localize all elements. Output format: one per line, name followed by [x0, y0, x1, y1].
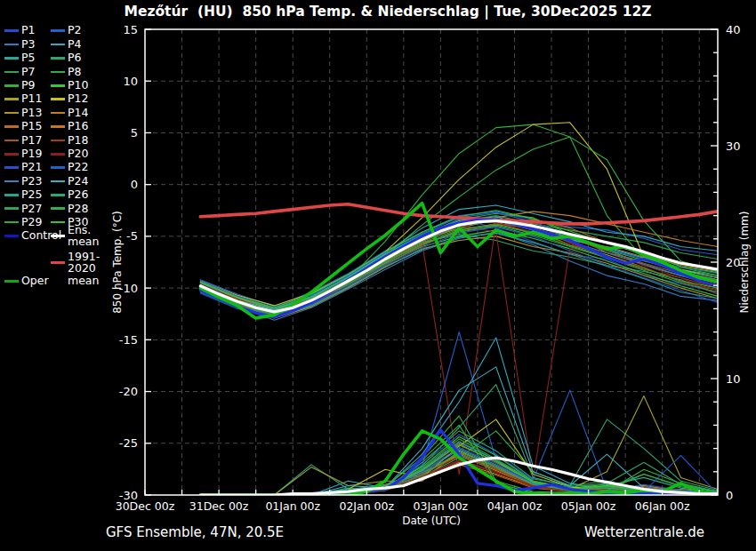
- svg-text:Date (UTC): Date (UTC): [402, 515, 461, 527]
- legend-item-p14-swatch: [51, 112, 65, 115]
- legend-row: P9P10: [4, 79, 122, 92]
- legend-item-p23-swatch: [4, 180, 19, 183]
- legend-item-p6-swatch: [51, 57, 65, 60]
- legend-item-p15-swatch: [4, 125, 19, 128]
- legend-item-p21: P21: [4, 162, 51, 173]
- legend-item-p20-swatch: [51, 153, 65, 156]
- legend-item-p3-label: P3: [21, 39, 36, 51]
- legend-item-p26: P26: [51, 189, 97, 201]
- legend-item-p9-swatch: [4, 84, 19, 87]
- svg-text:40: 40: [726, 23, 741, 36]
- legend-item-p8-swatch: [51, 71, 65, 74]
- legend-row: P27P28: [4, 202, 122, 215]
- legend-item-p8: P8: [51, 67, 97, 78]
- legend-item-p3-swatch: [4, 44, 19, 46]
- legend-item-p24: P24: [51, 176, 97, 188]
- legend-item-p9-label: P9: [21, 80, 36, 92]
- legend-row: P15P16: [4, 120, 122, 133]
- legend-item-p16-swatch: [51, 125, 65, 128]
- legend-row: P23P24: [4, 174, 122, 188]
- legend-item-p13: P13: [4, 108, 51, 119]
- svg-text:5: 5: [131, 126, 138, 140]
- legend-row: P1P2: [4, 24, 122, 37]
- legend-item-climate-mean: 1991-2020mean: [51, 252, 120, 287]
- legend-item-p26-swatch: [51, 194, 65, 196]
- watermark-label: Wetterzentrale.de: [584, 524, 704, 540]
- legend-item-p27-label: P27: [21, 204, 42, 215]
- legend-item-p3: P3: [4, 39, 51, 51]
- legend-item-p11-swatch: [4, 98, 19, 100]
- svg-text:03Jan 00z: 03Jan 00z: [414, 499, 469, 513]
- legend-item-p13-label: P13: [21, 108, 42, 119]
- svg-text:30: 30: [726, 140, 741, 153]
- legend-item-p23-label: P23: [21, 176, 42, 188]
- legend-item-p27-swatch: [4, 207, 19, 210]
- legend-item-climate-line1-label: 1991-2020: [68, 252, 120, 274]
- legend-row-control-mean: ControlEns. mean: [4, 229, 122, 243]
- legend-item-p25-swatch: [4, 194, 19, 196]
- legend-item-oper: Oper: [4, 276, 51, 287]
- data-series-group: [200, 123, 718, 495]
- legend-item-p29-label: P29: [21, 217, 42, 228]
- legend-item-p14: P14: [51, 108, 97, 119]
- legend-row: P19P20: [4, 148, 122, 161]
- legend-item-p22-label: P22: [68, 162, 88, 173]
- svg-text:10: 10: [726, 372, 741, 386]
- legend-item-p11-label: P11: [21, 93, 42, 105]
- legend-item-p28-label: P28: [68, 204, 88, 215]
- legend-item-p17-swatch: [4, 140, 19, 142]
- legend-item-p10-label: P10: [68, 80, 88, 92]
- legend-item-p15: P15: [4, 121, 51, 132]
- legend-item-p21-label: P21: [21, 162, 42, 173]
- legend-item-p4-label: P4: [68, 39, 82, 51]
- svg-text:06Jan 00z: 06Jan 00z: [635, 499, 690, 513]
- legend-item-p18: P18: [51, 135, 97, 147]
- legend-item-p2: P2: [51, 25, 97, 36]
- legend-item-ens-mean: Ens. mean: [51, 225, 120, 247]
- legend-item-p24-label: P24: [68, 176, 88, 188]
- legend-item-p25-label: P25: [21, 189, 42, 201]
- legend-item-climate-line1: 1991-2020: [51, 252, 120, 274]
- legend-item-p10: P10: [51, 80, 97, 92]
- svg-text:10: 10: [123, 75, 138, 88]
- legend-row: P11P12: [4, 92, 122, 106]
- legend-item-p29-swatch: [4, 221, 19, 224]
- svg-text:Niederschlag (mm): Niederschlag (mm): [738, 212, 751, 314]
- legend-item-p7-swatch: [4, 71, 19, 74]
- model-location-label: GFS Ensemble, 47N, 20.5E: [106, 524, 284, 540]
- legend-item-p18-label: P18: [68, 135, 88, 147]
- legend-block-oper-climate: Oper1991-2020mean: [4, 252, 122, 287]
- legend-item-p14-label: P14: [68, 108, 88, 119]
- legend-item-p26-label: P26: [68, 189, 88, 201]
- legend-row: P25P26: [4, 188, 122, 202]
- svg-text:0: 0: [131, 178, 138, 191]
- meteogram-canvas: Mezőtúr (HU) 850 hPa Temp. & Niederschla…: [0, 0, 756, 551]
- legend-item-p12-swatch: [51, 98, 65, 100]
- legend-row: P5P6: [4, 52, 122, 65]
- legend-item-p2-swatch: [51, 29, 65, 32]
- legend-item-oper-label: Oper: [21, 276, 49, 287]
- legend-row: P7P8: [4, 65, 122, 78]
- legend-item-p5: P5: [4, 52, 51, 64]
- svg-text:05Jan 00z: 05Jan 00z: [561, 499, 616, 513]
- legend-item-p12-label: P12: [68, 93, 88, 105]
- legend-item-p22: P22: [51, 162, 97, 173]
- svg-text:01Jan 00z: 01Jan 00z: [265, 499, 320, 513]
- svg-text:-20: -20: [119, 385, 138, 398]
- legend-item-p4: P4: [51, 39, 97, 51]
- legend-item-ens-mean-swatch: [51, 235, 65, 237]
- legend-item-p17: P17: [4, 135, 51, 147]
- svg-text:02Jan 00z: 02Jan 00z: [339, 499, 394, 513]
- svg-text:-25: -25: [119, 436, 138, 450]
- legend-item-p23: P23: [4, 176, 51, 188]
- svg-text:15: 15: [123, 23, 138, 36]
- svg-text:31Dec 00z: 31Dec 00z: [189, 499, 249, 513]
- legend-item-p4-swatch: [51, 44, 65, 46]
- legend-row: P17P18: [4, 133, 122, 147]
- legend-item-p22-swatch: [51, 166, 65, 169]
- legend-item-control-swatch: [4, 235, 19, 237]
- legend-item-p19-swatch: [4, 153, 19, 156]
- legend-item-p12: P12: [51, 93, 97, 105]
- legend-item-p6: P6: [51, 52, 97, 64]
- legend-item-p30-swatch: [51, 221, 65, 224]
